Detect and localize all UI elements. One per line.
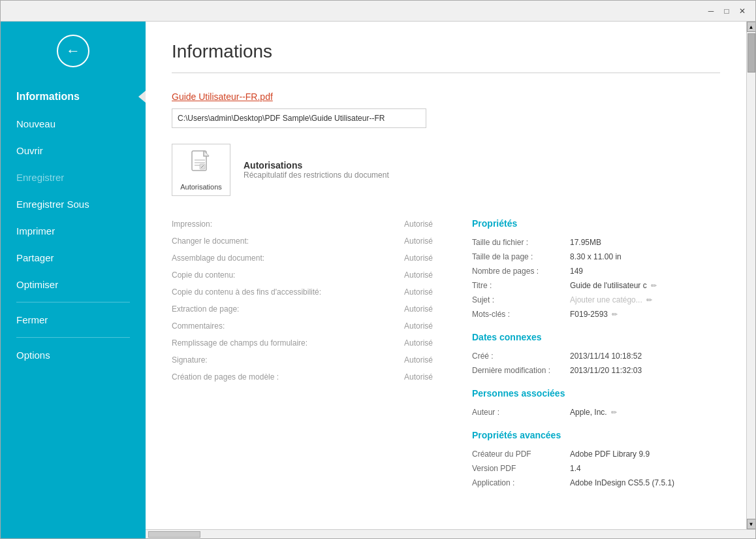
sidebar: ← Informations Nouveau Ouvrir Enregistre… xyxy=(1,22,146,538)
persons-section-title: Personnes associées xyxy=(472,388,720,399)
perm-value-9: Autorisé xyxy=(404,372,433,382)
perm-row-4: Copie du contenu à des fins d'accessibil… xyxy=(172,284,433,301)
perm-value-1: Autorisé xyxy=(404,237,433,246)
app-window: ─ □ ✕ ← Informations Nouveau Ouvrir Enre… xyxy=(0,0,756,539)
close-button[interactable]: ✕ xyxy=(734,5,750,18)
properties-column: Propriétés Taille du fichier : 17.95MB T… xyxy=(472,216,720,490)
perm-label-1: Changer le document: xyxy=(172,237,249,246)
advanced-value-0: Adobe PDF Library 9.9 xyxy=(570,449,720,459)
perm-label-4: Copie du contenu à des fins d'accessibil… xyxy=(172,287,321,297)
edit-icon-4[interactable]: ✏ xyxy=(646,296,652,304)
content-scroll: Informations Guide Utilisateur--FR.pdf xyxy=(146,22,746,529)
advanced-row-2: Application : Adobe InDesign CS5.5 (7.5.… xyxy=(472,476,720,490)
perm-row-9: Création de pages de modèle : Autorisé xyxy=(172,368,433,385)
back-arrow-icon: ← xyxy=(66,44,80,58)
prop-placeholder-text-4: Ajouter une catégo... xyxy=(570,295,642,304)
prop-row-3: Titre : Guide de l'utilisateur c ✏ xyxy=(472,278,720,293)
perm-value-7: Autorisé xyxy=(404,338,433,348)
prop-label-2: Nombre de pages : xyxy=(472,267,570,276)
prop-row-1: Taille de la page : 8.30 x 11.00 in xyxy=(472,250,720,264)
sidebar-item-enregistrer-sous[interactable]: Enregistrer Sous xyxy=(1,191,146,218)
minimize-button[interactable]: ─ xyxy=(703,5,719,18)
prop-row-0: Taille du fichier : 17.95MB xyxy=(472,235,720,250)
perm-label-3: Copie du contenu: xyxy=(172,270,235,280)
persons-value-text-0: Apple, Inc. xyxy=(570,408,607,417)
perm-value-6: Autorisé xyxy=(404,321,433,331)
advanced-label-2: Application : xyxy=(472,478,570,487)
perm-label-5: Extraction de page: xyxy=(172,304,239,314)
perm-row-1: Changer le document: Autorisé xyxy=(172,233,433,250)
dates-section-title: Dates connexes xyxy=(472,332,720,342)
perm-label-9: Création de pages de modèle : xyxy=(172,372,279,382)
sidebar-item-partager[interactable]: Partager xyxy=(1,244,146,271)
perm-label-6: Commentaires: xyxy=(172,321,225,331)
sidebar-item-enregistrer: Enregistrer xyxy=(1,164,146,191)
advanced-value-2: Adobe InDesign CS5.5 (7.5.1) xyxy=(570,478,720,487)
prop-row-2: Nombre de pages : 149 xyxy=(472,264,720,278)
maximize-button[interactable]: □ xyxy=(719,5,734,18)
persons-row-0: Auteur : Apple, Inc. ✏ xyxy=(472,405,720,419)
scroll-thumb[interactable] xyxy=(748,33,755,73)
file-name-link[interactable]: Guide Utilisateur--FR.pdf xyxy=(172,91,720,102)
sidebar-item-fermer[interactable]: Fermer xyxy=(1,306,146,333)
edit-icon-3[interactable]: ✏ xyxy=(651,282,657,290)
dates-row-0: Créé : 2013/11/14 10:18:52 xyxy=(472,349,720,363)
persons-edit-icon-0[interactable]: ✏ xyxy=(611,408,617,417)
edit-icon-5[interactable]: ✏ xyxy=(612,310,618,319)
perm-label-7: Remplissage de champs du formulaire: xyxy=(172,338,307,348)
back-button[interactable]: ← xyxy=(1,22,146,80)
persons-label-0: Auteur : xyxy=(472,408,570,417)
prop-value-2: 149 xyxy=(570,267,720,276)
dates-label-0: Créé : xyxy=(472,351,570,361)
perm-value-8: Autorisé xyxy=(404,355,433,365)
title-bar: ─ □ ✕ xyxy=(1,1,755,22)
perm-row-2: Assemblage du document: Autorisé xyxy=(172,250,433,267)
autorisations-icon-box[interactable]: Autorisations xyxy=(172,144,230,196)
autorisations-description: Récapitulatif des restrictions du docume… xyxy=(244,171,389,180)
dates-value-1: 2013/11/20 11:32:03 xyxy=(570,366,720,375)
sidebar-divider-2 xyxy=(16,337,130,338)
perm-value-5: Autorisé xyxy=(404,304,433,314)
page-title: Informations xyxy=(172,41,720,62)
back-circle[interactable]: ← xyxy=(57,35,89,67)
prop-label-4: Sujet : xyxy=(472,295,570,304)
perm-value-2: Autorisé xyxy=(404,253,433,263)
advanced-row-0: Créateur du PDF Adobe PDF Library 9.9 xyxy=(472,447,720,461)
sidebar-item-optimiser[interactable]: Optimiser xyxy=(1,271,146,298)
prop-label-0: Taille du fichier : xyxy=(472,238,570,247)
perm-row-3: Copie du contenu: Autorisé xyxy=(172,267,433,284)
sidebar-item-imprimer[interactable]: Imprimer xyxy=(1,218,146,244)
perm-row-0: Impression: Autorisé xyxy=(172,216,433,233)
scroll-down-button[interactable]: ▼ xyxy=(747,519,756,529)
perm-label-2: Assemblage du document: xyxy=(172,253,264,263)
sidebar-item-nouveau[interactable]: Nouveau xyxy=(1,110,146,137)
autorisations-text: Autorisations Récapitulatif des restrict… xyxy=(244,160,389,180)
autorisations-box: Autorisations Autorisations Récapitulati… xyxy=(172,144,720,196)
perm-row-8: Signature: Autorisé xyxy=(172,351,433,368)
sidebar-item-informations[interactable]: Informations xyxy=(1,83,146,110)
prop-value-placeholder-4: Ajouter une catégo... ✏ xyxy=(570,295,720,304)
perm-value-0: Autorisé xyxy=(404,220,433,229)
title-divider xyxy=(172,73,720,73)
prop-value-0: 17.95MB xyxy=(570,238,720,247)
scroll-up-button[interactable]: ▲ xyxy=(747,22,756,32)
perm-value-3: Autorisé xyxy=(404,270,433,280)
advanced-value-1: 1.4 xyxy=(570,464,720,473)
autorisations-box-label: Autorisations xyxy=(180,183,222,191)
prop-row-5: Mots-clés : F019-2593 ✏ xyxy=(472,307,720,321)
h-scroll-thumb[interactable] xyxy=(148,531,200,538)
advanced-section-title: Propriétés avancées xyxy=(472,430,720,440)
perm-label-0: Impression: xyxy=(172,220,212,229)
content-area: Informations Guide Utilisateur--FR.pdf xyxy=(146,22,755,529)
file-path-input[interactable] xyxy=(172,108,426,128)
perm-label-8: Signature: xyxy=(172,355,208,365)
prop-row-4: Sujet : Ajouter une catégo... ✏ xyxy=(472,293,720,307)
sidebar-item-ouvrir[interactable]: Ouvrir xyxy=(1,137,146,164)
document-icon xyxy=(191,150,212,179)
properties-section-title: Propriétés xyxy=(472,218,720,229)
vertical-scrollbar: ▲ ▼ xyxy=(746,22,755,529)
dates-row-1: Dernière modification : 2013/11/20 11:32… xyxy=(472,363,720,378)
prop-value-edit-5: F019-2593 ✏ xyxy=(570,310,720,319)
persons-value-edit-0: Apple, Inc. ✏ xyxy=(570,408,720,417)
sidebar-item-options[interactable]: Options xyxy=(1,342,146,368)
